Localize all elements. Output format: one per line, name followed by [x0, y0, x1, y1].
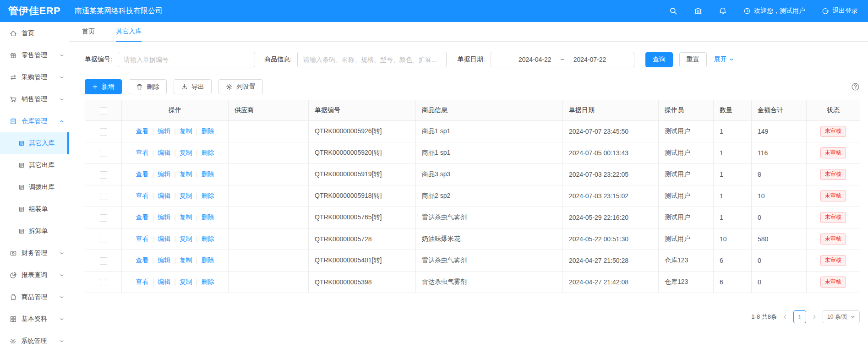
column-header-status: 状态 [807, 100, 860, 121]
row-checkbox[interactable] [100, 193, 107, 200]
welcome-text: 欢迎您，测试用户 [754, 7, 805, 15]
column-settings-button[interactable]: 列设置 [218, 79, 263, 94]
row-action-edit[interactable]: 编辑 [158, 278, 170, 286]
sidebar-subitem-4-2[interactable]: 调拨出库 [0, 176, 69, 198]
row-action-delete[interactable]: 删除 [201, 213, 214, 222]
row-action-copy[interactable]: 复制 [180, 278, 192, 286]
search-button[interactable]: 查询 [645, 52, 673, 67]
row-checkbox[interactable] [100, 150, 107, 157]
sidebar-item-8[interactable]: 基本资料 [0, 308, 69, 330]
logout-button[interactable]: 退出登录 [822, 7, 858, 15]
quantity-cell: 1 [714, 207, 752, 228]
row-checkbox[interactable] [100, 236, 107, 243]
row-action-view[interactable]: 查看 [136, 149, 149, 157]
row-action-view[interactable]: 查看 [136, 213, 149, 222]
product-info-input[interactable] [303, 56, 441, 63]
action-separator: | [174, 171, 176, 178]
sidebar-subitem-4-3[interactable]: 组装单 [0, 198, 69, 220]
row-checkbox[interactable] [100, 279, 107, 286]
sidebar-subitem-4-4[interactable]: 拆卸单 [0, 220, 69, 242]
delete-button[interactable]: 删除 [129, 79, 167, 94]
sidebar-item-1[interactable]: 零售管理 [0, 44, 69, 66]
row-action-delete[interactable]: 删除 [201, 170, 214, 179]
sidebar-subitem-4-0[interactable]: 其它入库 [0, 132, 69, 154]
table-header-row: 操作 供应商 单据编号 商品信息 单据日期 操作员 数量 金额合计 状态 [85, 100, 860, 121]
table-row: 查看|编辑|复制|删除QTRK00000005919[转]商品3 sp32024… [85, 164, 860, 185]
row-action-delete[interactable]: 删除 [201, 192, 214, 200]
row-action-copy[interactable]: 复制 [180, 235, 192, 243]
next-page-button[interactable] [812, 314, 817, 320]
sidebar-item-0[interactable]: 首页 [0, 22, 69, 44]
date-start: 2024-04-22 [519, 56, 551, 63]
page-size-select[interactable]: 10 条/页 [823, 310, 860, 323]
column-header-product: 商品信息 [416, 100, 563, 121]
bell-icon[interactable] [719, 7, 727, 15]
reset-button[interactable]: 重置 [679, 52, 707, 67]
row-action-edit[interactable]: 编辑 [158, 192, 170, 200]
row-action-copy[interactable]: 复制 [180, 256, 192, 265]
column-header-operator: 操作员 [659, 100, 714, 121]
row-action-view[interactable]: 查看 [136, 235, 149, 243]
date-end: 2024-07-22 [573, 56, 606, 63]
amount-cell: 8 [752, 164, 807, 185]
row-checkbox[interactable] [100, 257, 107, 265]
tab-1[interactable]: 其它入库 [116, 22, 142, 42]
table-row: 查看|编辑|复制|删除QTRK00000005920[转]商品1 sp12024… [85, 142, 860, 164]
bill-no-input[interactable] [124, 56, 249, 63]
current-page[interactable]: 1 [793, 310, 806, 323]
doc-icon [18, 162, 25, 168]
welcome-user[interactable]: 欢迎您，测试用户 [743, 7, 805, 15]
row-checkbox[interactable] [100, 128, 107, 136]
row-action-edit[interactable]: 编辑 [158, 235, 170, 243]
sidebar-item-4[interactable]: 仓库管理 [0, 110, 69, 132]
search-icon[interactable] [669, 7, 677, 15]
row-action-delete[interactable]: 删除 [201, 235, 214, 243]
row-action-copy[interactable]: 复制 [180, 149, 192, 157]
bank-icon[interactable] [694, 7, 702, 15]
sidebar-item-3[interactable]: 销售管理 [0, 88, 69, 110]
row-action-copy[interactable]: 复制 [180, 213, 192, 222]
tab-0[interactable]: 首页 [82, 22, 95, 42]
row-action-edit[interactable]: 编辑 [158, 256, 170, 265]
row-action-view[interactable]: 查看 [136, 192, 149, 200]
pie-icon [10, 272, 17, 279]
cart-icon [10, 96, 17, 103]
export-button[interactable]: 导出 [174, 79, 212, 94]
row-action-delete[interactable]: 删除 [201, 149, 214, 157]
select-all-checkbox[interactable] [100, 107, 107, 114]
row-action-delete[interactable]: 删除 [201, 278, 214, 286]
row-action-view[interactable]: 查看 [136, 256, 149, 265]
action-separator: | [196, 192, 198, 200]
app: 管伊佳ERP 南通某某网络科技有限公司 欢迎您，测试用户 退出登录 首页零售管理… [0, 0, 868, 364]
row-action-copy[interactable]: 复制 [180, 192, 192, 200]
expand-toggle[interactable]: 展开 [714, 55, 734, 64]
row-action-copy[interactable]: 复制 [180, 127, 192, 136]
chevron-down-icon [60, 97, 64, 102]
row-action-view[interactable]: 查看 [136, 127, 149, 136]
action-separator: | [174, 257, 176, 264]
status-badge: 未审核 [820, 147, 846, 158]
row-checkbox[interactable] [100, 214, 107, 222]
sidebar-item-2[interactable]: 采购管理 [0, 66, 69, 88]
row-action-edit[interactable]: 编辑 [158, 170, 170, 179]
doc-icon [18, 184, 25, 190]
sidebar-item-9[interactable]: 系统管理 [0, 330, 69, 352]
sidebar-item-6[interactable]: 报表查询 [0, 264, 69, 286]
row-action-edit[interactable]: 编辑 [158, 213, 170, 222]
prev-page-button[interactable] [782, 314, 788, 320]
row-action-delete[interactable]: 删除 [201, 127, 214, 136]
help-icon[interactable] [851, 82, 860, 91]
row-action-view[interactable]: 查看 [136, 278, 149, 286]
row-action-edit[interactable]: 编辑 [158, 127, 170, 136]
row-action-edit[interactable]: 编辑 [158, 149, 170, 157]
action-separator: | [174, 214, 176, 221]
row-action-copy[interactable]: 复制 [180, 170, 192, 179]
date-range-picker[interactable]: 2024-04-22 ~ 2024-07-22 [491, 52, 634, 67]
row-action-view[interactable]: 查看 [136, 170, 149, 179]
sidebar-item-5[interactable]: 财务管理 [0, 242, 69, 264]
sidebar-item-7[interactable]: 商品管理 [0, 286, 69, 308]
sidebar-subitem-4-1[interactable]: 其它出库 [0, 154, 69, 176]
row-action-delete[interactable]: 删除 [201, 256, 214, 265]
row-checkbox[interactable] [100, 171, 107, 179]
add-button[interactable]: 新增 [85, 79, 122, 94]
